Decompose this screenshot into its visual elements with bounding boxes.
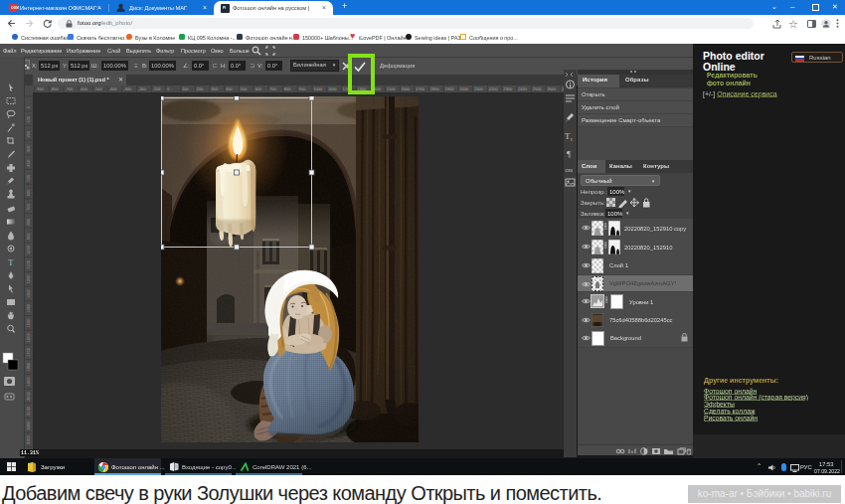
svg-text:-500: -500 bbox=[94, 86, 103, 91]
svg-text:1900: 1900 bbox=[445, 86, 455, 91]
svg-text:2300: 2300 bbox=[26, 434, 31, 444]
svg-text:1700: 1700 bbox=[26, 347, 31, 357]
svg-text:900: 900 bbox=[26, 233, 31, 240]
svg-text:1100: 1100 bbox=[26, 259, 31, 268]
svg-text:2600: 2600 bbox=[547, 86, 557, 91]
svg-text:2000: 2000 bbox=[26, 391, 31, 401]
svg-text:1300: 1300 bbox=[26, 288, 31, 298]
svg-text:0: 0 bbox=[26, 105, 31, 108]
svg-text:2200: 2200 bbox=[26, 420, 31, 430]
svg-text:T: T bbox=[8, 257, 14, 267]
svg-text:css: css bbox=[566, 167, 574, 173]
svg-text:500: 500 bbox=[241, 86, 248, 91]
svg-text:100: 100 bbox=[26, 115, 31, 122]
svg-text:-700: -700 bbox=[65, 86, 74, 91]
svg-text:900: 900 bbox=[299, 86, 306, 91]
svg-text:100: 100 bbox=[182, 86, 189, 91]
svg-text:-300: -300 bbox=[123, 86, 132, 91]
svg-text:800: 800 bbox=[26, 218, 31, 225]
svg-text:1800: 1800 bbox=[430, 86, 440, 91]
svg-text:700: 700 bbox=[269, 86, 276, 91]
svg-text:2200: 2200 bbox=[489, 86, 499, 91]
svg-text:300: 300 bbox=[26, 145, 31, 152]
svg-text:1500: 1500 bbox=[387, 86, 397, 91]
svg-text:-800: -800 bbox=[51, 86, 60, 91]
svg-text:200: 200 bbox=[26, 130, 31, 137]
svg-text:-400: -400 bbox=[108, 86, 117, 91]
svg-text:2100: 2100 bbox=[474, 86, 484, 91]
svg-text:¶: ¶ bbox=[567, 149, 571, 159]
svg-text:1200: 1200 bbox=[26, 274, 31, 284]
svg-text:-900: -900 bbox=[36, 86, 45, 91]
svg-text:1600: 1600 bbox=[401, 86, 411, 91]
svg-text:1000: 1000 bbox=[313, 86, 323, 91]
svg-text:400: 400 bbox=[26, 159, 31, 166]
svg-text:1600: 1600 bbox=[26, 333, 31, 343]
svg-text:300: 300 bbox=[211, 86, 218, 91]
svg-text:200: 200 bbox=[197, 86, 204, 91]
svg-text:1100: 1100 bbox=[328, 86, 337, 91]
svg-text:600: 600 bbox=[26, 189, 31, 196]
svg-text:1700: 1700 bbox=[416, 86, 425, 91]
svg-text:400: 400 bbox=[226, 86, 233, 91]
svg-text:2300: 2300 bbox=[503, 86, 513, 91]
svg-text:1800: 1800 bbox=[26, 362, 31, 372]
svg-text:1900: 1900 bbox=[26, 377, 31, 387]
svg-text:2400: 2400 bbox=[518, 86, 528, 91]
svg-text:-200: -200 bbox=[138, 86, 147, 91]
svg-text:500: 500 bbox=[26, 174, 31, 181]
svg-text:800: 800 bbox=[284, 86, 291, 91]
svg-text:t: t bbox=[571, 136, 573, 142]
svg-text:700: 700 bbox=[26, 203, 31, 210]
svg-text:1000: 1000 bbox=[26, 245, 31, 254]
svg-text:1500: 1500 bbox=[26, 318, 31, 328]
svg-text:1400: 1400 bbox=[26, 303, 31, 313]
svg-text:600: 600 bbox=[254, 86, 261, 91]
svg-text:2000: 2000 bbox=[459, 86, 469, 91]
svg-text:-100: -100 bbox=[153, 86, 162, 91]
svg-text:-600: -600 bbox=[80, 86, 88, 91]
svg-text:2500: 2500 bbox=[533, 86, 543, 91]
svg-text:2100: 2100 bbox=[26, 406, 31, 416]
